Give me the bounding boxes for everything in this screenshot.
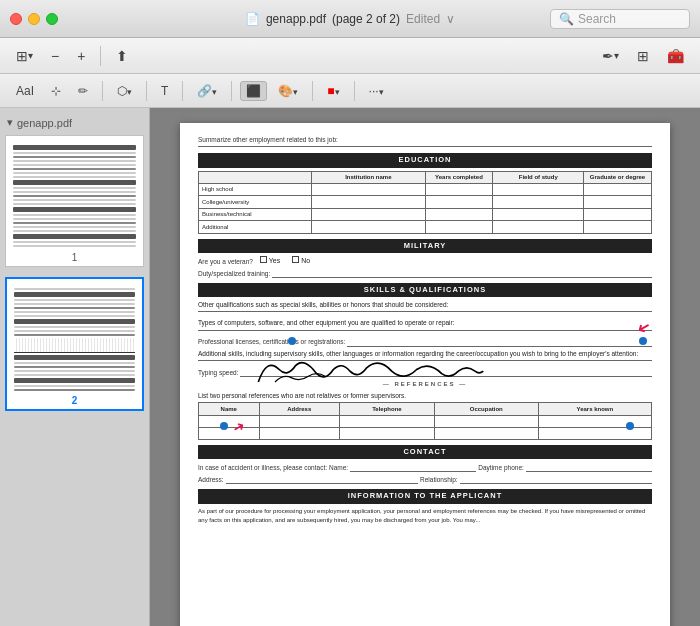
shapes-button[interactable]: ⬡▾ <box>111 81 138 101</box>
maximize-button[interactable] <box>46 13 58 25</box>
accident-label: In case of accident or illness, please c… <box>198 463 327 472</box>
military-header: MILITARY <box>198 239 652 254</box>
signature-svg <box>250 347 500 392</box>
computers-line <box>198 330 652 331</box>
name-label-contact: Name: <box>329 463 348 472</box>
zoom-out-icon: − <box>51 48 59 64</box>
references-desc: List two personal references who are not… <box>198 391 652 400</box>
thumbnail-page-1[interactable]: 1 <box>5 135 144 267</box>
references-table: Name Address Telephone Occupation Years … <box>198 402 652 439</box>
summary-label: Summarize other employment related to th… <box>198 135 338 144</box>
main-content: ▾ genapp.pdf <box>0 108 700 626</box>
edited-label: Edited <box>406 12 440 26</box>
address-label-contact: Address: <box>198 475 224 484</box>
summary-row: Summarize other employment related to th… <box>198 135 652 144</box>
contact-row-1: In case of accident or illness, please c… <box>198 462 652 472</box>
link-icon: 🔗 <box>197 84 212 98</box>
relationship-label: Relationship: <box>420 475 458 484</box>
text-ann-icon: T <box>161 84 168 98</box>
reference-row-1 <box>199 415 652 427</box>
search-bar[interactable]: 🔍 Search <box>550 9 690 29</box>
page-2-number: 2 <box>10 395 139 406</box>
ann-separator-4 <box>231 81 232 101</box>
color-fill-button[interactable]: 🎨▾ <box>272 81 304 101</box>
computers-row-container: Types of computers, software, and other … <box>198 318 652 330</box>
pages-icon: ⊞ <box>637 48 649 64</box>
minimize-button[interactable] <box>28 13 40 25</box>
duty-label: Duty/specialized training: <box>198 269 270 278</box>
border-color-button[interactable]: ■▾ <box>321 81 345 101</box>
rect-button[interactable]: ⬛ <box>240 81 267 101</box>
rect-icon: ⬛ <box>246 84 261 98</box>
info-header: INFORMATION TO THE APPLICANT <box>198 489 652 504</box>
text-size-button[interactable]: AaI <box>10 81 40 101</box>
education-row-1: High school <box>199 183 652 195</box>
pen-ann-icon: ✏ <box>78 84 88 98</box>
page-1-number: 1 <box>9 252 140 263</box>
education-header: EDUCATION <box>198 153 652 168</box>
close-button[interactable] <box>10 13 22 25</box>
education-row-2: College/university <box>199 196 652 208</box>
border-color-icon: ■ <box>327 84 334 98</box>
share-icon: ⬆ <box>116 48 128 64</box>
zoom-out-button[interactable]: − <box>45 45 65 67</box>
sidebar-chevron: ▾ <box>7 116 13 129</box>
sidebar-toggle-icon: ⊞ <box>16 48 28 64</box>
ann-separator-6 <box>354 81 355 101</box>
search-icon: 🔍 <box>559 12 574 26</box>
blue-dot-2 <box>639 337 647 345</box>
typing-label: Typing speed: <box>198 368 238 377</box>
title-bar: 📄 genapp.pdf (page 2 of 2) Edited ∨ 🔍 Se… <box>0 0 700 38</box>
share-button[interactable]: ⬆ <box>110 45 134 67</box>
zoom-in-icon: + <box>77 48 85 64</box>
ann-separator-3 <box>182 81 183 101</box>
search-placeholder: Search <box>578 12 616 26</box>
pdf-viewer[interactable]: Summarize other employment related to th… <box>150 108 700 626</box>
more-tools-button[interactable]: ···▾ <box>363 81 390 101</box>
skills-desc1: Other qualifications such as special ski… <box>198 300 652 309</box>
contact-header: CONTACT <box>198 445 652 460</box>
pen-ann-button[interactable]: ✏ <box>72 81 94 101</box>
shapes-icon: ⬡ <box>117 84 127 98</box>
ann-separator-5 <box>312 81 313 101</box>
page-info: (page 2 of 2) <box>332 12 400 26</box>
skills-line-1 <box>198 311 652 312</box>
traffic-lights <box>10 13 58 25</box>
select-icon: ⊹ <box>51 84 61 98</box>
pdf-content: Summarize other employment related to th… <box>198 135 652 525</box>
pages-button[interactable]: ⊞ <box>631 45 655 67</box>
thumbnail-1-content <box>9 139 140 249</box>
thumbnail-2-content <box>10 282 139 392</box>
education-row-3: Business/technical <box>199 208 652 220</box>
select-tool-button[interactable]: ⊹ <box>45 81 67 101</box>
toolbox-icon: 🧰 <box>667 48 684 64</box>
ann-separator-1 <box>102 81 103 101</box>
reference-row-2 <box>199 427 652 439</box>
more-tools-icon: ··· <box>369 84 379 98</box>
pen-tool-button[interactable]: ✒▾ <box>596 45 625 67</box>
toolbar-separator-1 <box>100 46 101 66</box>
color-fill-icon: 🎨 <box>278 84 293 98</box>
window-title: 📄 genapp.pdf (page 2 of 2) Edited ∨ <box>245 12 455 26</box>
sidebar[interactable]: ▾ genapp.pdf <box>0 108 150 626</box>
text-size-label: AaI <box>16 84 34 98</box>
sidebar-filename: ▾ genapp.pdf <box>5 116 144 129</box>
licenses-row-container: Professional licenses, certifications or… <box>198 337 652 347</box>
thumbnail-page-2[interactable]: 2 <box>5 277 144 411</box>
duty-row: Duty/specialized training: <box>198 268 652 278</box>
contact-row-2: Address: Relationship: <box>198 474 652 484</box>
licenses-row: Professional licenses, certifications or… <box>198 337 652 347</box>
ann-separator-2 <box>146 81 147 101</box>
education-row-4: Additional <box>199 221 652 233</box>
pdf-icon: 📄 <box>245 12 260 26</box>
link-button[interactable]: 🔗▾ <box>191 81 223 101</box>
skills-header: SKILLS & QUALIFICATIONS <box>198 283 652 298</box>
blue-dot-1 <box>288 337 296 345</box>
edited-chevron: ∨ <box>446 12 455 26</box>
daytime-label: Daytime phone: <box>478 463 524 472</box>
zoom-in-button[interactable]: + <box>71 45 91 67</box>
pdf-page: Summarize other employment related to th… <box>180 123 670 626</box>
sidebar-toggle-button[interactable]: ⊞▾ <box>10 45 39 67</box>
toolbox-button[interactable]: 🧰 <box>661 45 690 67</box>
text-ann-button[interactable]: T <box>155 81 174 101</box>
